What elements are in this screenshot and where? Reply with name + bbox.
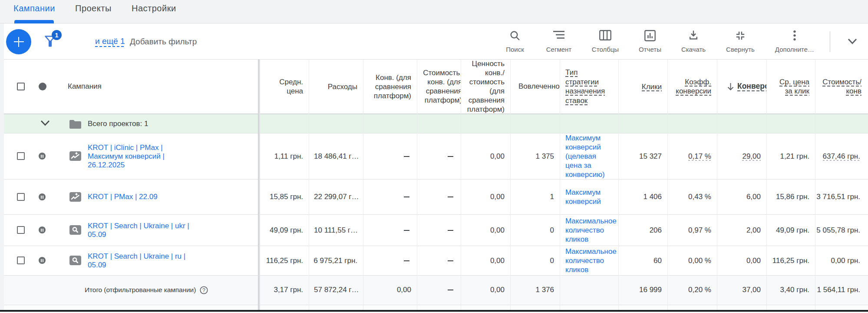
svg-text:?: ? <box>202 287 205 293</box>
